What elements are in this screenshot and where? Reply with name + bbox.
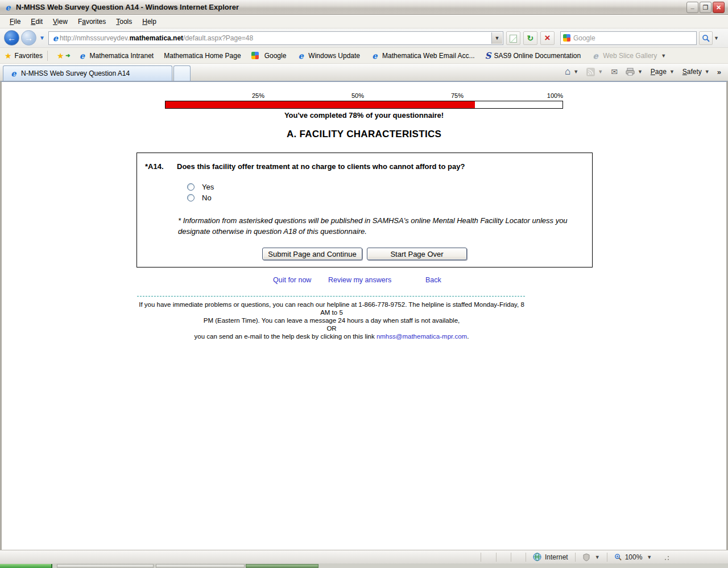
protected-mode-button[interactable]: ▼ (576, 553, 607, 561)
search-box[interactable] (560, 31, 697, 45)
helpdesk-email-link[interactable]: nmhss@mathematica-mpr.com (377, 333, 467, 340)
menu-file[interactable]: File (5, 16, 26, 27)
stop-button[interactable]: × (540, 31, 555, 45)
progress-tick-label: 50% (264, 92, 364, 99)
printer-icon (626, 68, 635, 76)
status-bar: Internet ▼ 100% ▼ (0, 550, 728, 563)
search-options-dropdown-icon[interactable]: ▼ (714, 35, 719, 41)
option-yes[interactable]: Yes (187, 183, 214, 191)
dashed-divider (137, 296, 525, 297)
question-text: Does this facility offer treatment at no… (177, 162, 465, 171)
navigation-links: Quit for now Review my answers Back (2, 276, 728, 285)
window-title: N-MHSS Web Survey Question A14 - Windows… (16, 3, 239, 11)
favorite-item[interactable]: Mathematica Web Email Acc... (365, 51, 480, 60)
page-favicon-icon (51, 34, 60, 43)
progress-tick-label: 100% (464, 92, 563, 99)
help-line-3: OR (136, 324, 527, 332)
separator (47, 51, 48, 61)
safety-menu-label: Safety (682, 68, 702, 76)
ie-icon (591, 51, 600, 60)
toolbar-overflow-chevron-icon[interactable] (715, 68, 723, 76)
start-page-over-button[interactable]: Start Page Over (367, 248, 467, 260)
favorite-item[interactable]: Google (246, 52, 292, 60)
option-no-label: No (202, 194, 212, 202)
taskbar-button[interactable] (246, 564, 318, 568)
history-dropdown-icon[interactable]: ▼ (39, 35, 45, 41)
minimize-button[interactable] (686, 2, 698, 13)
zoom-control[interactable]: 100% ▼ (607, 553, 659, 561)
menu-tools[interactable]: Tools (111, 16, 137, 27)
rss-feed-icon (586, 68, 595, 76)
radio-yes[interactable] (187, 183, 195, 191)
compatibility-icon (510, 35, 517, 43)
read-mail-button[interactable] (608, 66, 621, 77)
submit-page-button[interactable]: Submit Page and Continue (262, 248, 362, 260)
home-button[interactable]: ▼ (562, 65, 581, 79)
menu-help[interactable]: Help (137, 16, 162, 27)
progress-message: You've completed 78% of your questionnai… (2, 111, 726, 120)
page-menu-button[interactable]: Page▼ (648, 67, 677, 77)
taskbar-sliver (0, 563, 728, 568)
favorite-item[interactable]: Mathematica Home Page (159, 52, 246, 60)
browser-window: N-MHSS Web Survey Question A14 - Windows… (0, 0, 728, 568)
ie-icon (77, 51, 86, 60)
help-line-1: If you have immediate problems or questi… (136, 301, 527, 316)
address-input[interactable]: http://nmhsssurveydev.mathematica.net/de… (48, 31, 503, 45)
add-favorite-star-icon (57, 51, 64, 60)
help-text: If you have immediate problems or questi… (136, 301, 527, 340)
back-button[interactable]: ← (4, 30, 19, 46)
progress-bar-fill (166, 101, 475, 108)
radio-no[interactable] (187, 194, 195, 201)
mail-icon (611, 67, 618, 76)
start-button-sliver[interactable] (0, 564, 52, 568)
option-no[interactable]: No (187, 194, 212, 202)
forward-button[interactable]: → (21, 30, 36, 46)
quit-for-now-link[interactable]: Quit for now (273, 276, 311, 284)
review-my-answers-link[interactable]: Review my answers (328, 276, 391, 284)
taskbar-button[interactable] (156, 564, 245, 568)
restore-button[interactable] (700, 2, 712, 13)
url-path: /default.aspx?Page=48 (183, 34, 253, 42)
page-viewport: 25%50%75%100% You've completed 78% of yo… (0, 81, 728, 550)
favorite-item-label: SAS9 Online Documentation (494, 52, 581, 60)
favorites-button[interactable]: Favorites (15, 52, 43, 60)
safety-menu-button[interactable]: Safety▼ (680, 67, 713, 77)
compatibility-view-button[interactable] (506, 31, 520, 45)
google-icon (251, 52, 259, 59)
ie-logo-icon (3, 3, 13, 12)
resize-grip[interactable] (662, 553, 670, 561)
tab-title: N-MHSS Web Survey Question A14 (21, 69, 130, 77)
search-input[interactable] (573, 34, 696, 42)
print-button[interactable]: ▼ (623, 67, 646, 77)
question-box: *A14. Does this facility offer treatment… (136, 153, 593, 267)
menu-view[interactable]: View (48, 16, 73, 27)
favorites-star-icon (5, 51, 12, 60)
tab-bar: N-MHSS Web Survey Question A14 ▼ ▼ ▼ Pag… (0, 64, 728, 81)
tab-active[interactable]: N-MHSS Web Survey Question A14 (3, 65, 172, 81)
favorite-item[interactable]: SAS9 Online Documentation (480, 51, 586, 61)
favorite-item-label: Mathematica Intranet (89, 52, 154, 60)
survey-page: 25%50%75%100% You've completed 78% of yo… (2, 82, 726, 550)
progress-tick-label: 25% (165, 92, 264, 99)
help-line-2: PM (Eastern Time). You can leave a messa… (136, 316, 527, 324)
section-title: A. FACILITY CHARACTERISTICS (2, 129, 726, 140)
new-tab-button[interactable] (173, 65, 191, 81)
taskbar-button[interactable] (57, 564, 154, 568)
back-link[interactable]: Back (425, 276, 441, 284)
favorite-item[interactable]: Windows Update (291, 51, 365, 60)
refresh-button[interactable]: ↻ (523, 31, 537, 45)
menu-edit[interactable]: Edit (26, 16, 48, 27)
search-button[interactable] (699, 31, 713, 45)
favorite-item[interactable]: Mathematica Intranet (72, 51, 159, 60)
security-zone-label: Internet (545, 553, 568, 561)
security-zone: Internet (526, 553, 575, 561)
menu-bar: FileEditViewFavoritesToolsHelp (0, 15, 728, 28)
close-button[interactable] (713, 2, 725, 13)
favorite-item[interactable]: Web Slice Gallery▼ (586, 51, 671, 60)
feeds-button[interactable]: ▼ (584, 67, 606, 77)
asterisk-footnote: * Information from asterisked questions … (178, 216, 576, 237)
address-dropdown-icon[interactable]: ▼ (491, 32, 502, 44)
add-favorite-button[interactable]: ➜ (52, 51, 67, 60)
menu-favorites[interactable]: Favorites (73, 16, 111, 27)
ie-icon (370, 51, 379, 60)
